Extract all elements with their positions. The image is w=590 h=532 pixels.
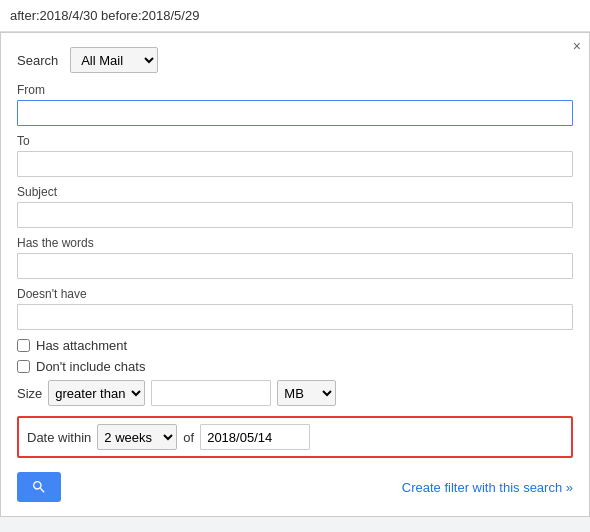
size-value-input[interactable] xyxy=(151,380,271,406)
size-unit-select[interactable]: MB KB Bytes xyxy=(277,380,336,406)
subject-label: Subject xyxy=(17,185,573,199)
has-words-input[interactable] xyxy=(17,253,573,279)
doesnt-have-field-group: Doesn't have xyxy=(17,287,573,330)
search-scope-row: Search All Mail Inbox Sent Drafts Spam T… xyxy=(17,47,573,73)
has-words-field-group: Has the words xyxy=(17,236,573,279)
date-within-label: Date within xyxy=(27,430,91,445)
size-label: Size xyxy=(17,386,42,401)
date-within-row: Date within 1 day 3 days 1 week 2 weeks … xyxy=(17,416,573,458)
has-words-label: Has the words xyxy=(17,236,573,250)
date-period-select[interactable]: 1 day 3 days 1 week 2 weeks 1 month 2 mo… xyxy=(97,424,177,450)
search-scope-select[interactable]: All Mail Inbox Sent Drafts Spam Trash xyxy=(70,47,158,73)
dont-include-chats-row: Don't include chats xyxy=(17,359,573,374)
size-comparator-select[interactable]: greater than less than xyxy=(48,380,145,406)
date-value-input[interactable] xyxy=(200,424,310,450)
dont-include-chats-label: Don't include chats xyxy=(36,359,145,374)
from-field-group: From xyxy=(17,83,573,126)
from-input[interactable] xyxy=(17,100,573,126)
date-of-label: of xyxy=(183,430,194,445)
search-query-text: after:2018/4/30 before:2018/5/29 xyxy=(10,8,580,23)
close-button[interactable]: × xyxy=(573,39,581,53)
search-bar: after:2018/4/30 before:2018/5/29 xyxy=(0,0,590,32)
has-attachment-label: Has attachment xyxy=(36,338,127,353)
dont-include-chats-checkbox[interactable] xyxy=(17,360,30,373)
subject-input[interactable] xyxy=(17,202,573,228)
footer-row: Create filter with this search » xyxy=(17,472,573,502)
has-attachment-checkbox[interactable] xyxy=(17,339,30,352)
has-attachment-row: Has attachment xyxy=(17,338,573,353)
doesnt-have-label: Doesn't have xyxy=(17,287,573,301)
to-label: To xyxy=(17,134,573,148)
search-button[interactable] xyxy=(17,472,61,502)
to-field-group: To xyxy=(17,134,573,177)
create-filter-link[interactable]: Create filter with this search » xyxy=(402,480,573,495)
to-input[interactable] xyxy=(17,151,573,177)
subject-field-group: Subject xyxy=(17,185,573,228)
from-label: From xyxy=(17,83,573,97)
size-row: Size greater than less than MB KB Bytes xyxy=(17,380,573,406)
search-scope-label: Search xyxy=(17,53,58,68)
advanced-search-panel: × Search All Mail Inbox Sent Drafts Spam… xyxy=(0,32,590,517)
search-icon xyxy=(31,479,47,495)
doesnt-have-input[interactable] xyxy=(17,304,573,330)
